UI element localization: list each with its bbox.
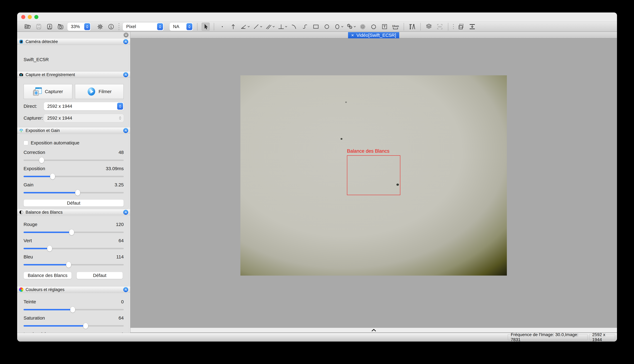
direct-resolution-select[interactable]: 2592 x 1944 bbox=[44, 102, 124, 110]
concentric-circles-tool-button[interactable] bbox=[359, 22, 367, 31]
gain-row: Gain 3.25 bbox=[24, 182, 124, 188]
slider-knob[interactable] bbox=[66, 262, 71, 268]
chevron-up-double-icon bbox=[124, 288, 128, 291]
white-balance-default-button[interactable]: Défaut bbox=[76, 272, 123, 279]
collapse-panel-button[interactable] bbox=[123, 287, 128, 292]
angle-tool-button[interactable] bbox=[240, 23, 250, 30]
direct-resolution-value: 2592 x 1944 bbox=[47, 104, 72, 109]
panel-header-exposure[interactable]: Exposition et Gain bbox=[17, 128, 130, 134]
sidebar: « Caméra détectée Swift_EC5R bbox=[17, 32, 130, 333]
cursor-tool-button[interactable] bbox=[202, 22, 210, 31]
white-balance-roi[interactable] bbox=[347, 155, 400, 195]
settings-button[interactable] bbox=[96, 22, 104, 31]
rectangle-tool-button[interactable] bbox=[312, 22, 320, 31]
text-tool-button[interactable] bbox=[380, 22, 388, 31]
circle-tool-button[interactable] bbox=[323, 22, 331, 31]
na-select[interactable]: NA bbox=[170, 22, 193, 31]
collapse-sidebar-button[interactable]: « bbox=[124, 32, 128, 38]
zoom-level-select[interactable]: 33% bbox=[68, 22, 91, 31]
panel-header-capture[interactable]: Capture et Enregistrement bbox=[17, 72, 130, 78]
arrow-up-icon bbox=[230, 23, 237, 30]
polygon-icon bbox=[370, 23, 377, 30]
toolbar-drag-handle[interactable] bbox=[453, 24, 454, 29]
close-window-button[interactable] bbox=[21, 15, 25, 19]
parallel-lines-tool-button[interactable] bbox=[265, 23, 275, 30]
measure-tools-button[interactable] bbox=[408, 22, 416, 31]
green-slider[interactable] bbox=[24, 246, 124, 251]
collapse-panel-button[interactable] bbox=[123, 210, 128, 215]
gain-slider[interactable] bbox=[24, 190, 124, 196]
unit-select[interactable]: Pixel bbox=[123, 22, 164, 31]
arrow-tool-button[interactable] bbox=[229, 22, 237, 31]
slider-knob[interactable] bbox=[83, 323, 88, 329]
frame-rate-status: Fréquence de l'Image: 30.0,Image: 7831 bbox=[508, 334, 588, 340]
panel-header-colors[interactable]: Couleurs et réglages bbox=[17, 287, 130, 292]
exposure-default-button[interactable]: Défaut bbox=[24, 200, 124, 207]
slider-knob[interactable] bbox=[39, 157, 44, 163]
tab-video[interactable]: × Vidéo[Swift_EC5R] bbox=[348, 32, 399, 38]
panel-header-white-balance[interactable]: Balance des Blancs bbox=[17, 209, 130, 215]
live-video-frame[interactable]: Balance des Blancs bbox=[240, 75, 507, 276]
scale-bar-tool-button[interactable]: 10um bbox=[392, 22, 400, 31]
slider-knob[interactable] bbox=[47, 246, 52, 252]
ellipse-tool-button[interactable] bbox=[334, 23, 343, 30]
capture-button[interactable]: Capturer bbox=[24, 84, 72, 99]
dust-speck bbox=[340, 138, 342, 140]
export-button[interactable] bbox=[468, 22, 476, 31]
point-tool-button[interactable] bbox=[218, 22, 226, 31]
curve-tool-button[interactable] bbox=[301, 22, 309, 31]
slider-fill bbox=[24, 176, 52, 177]
slider-knob[interactable] bbox=[75, 190, 80, 196]
capture-resolution-label: Capturer: bbox=[24, 116, 44, 121]
layers-button[interactable] bbox=[425, 22, 433, 31]
collapse-panel-button[interactable] bbox=[123, 72, 128, 77]
auto-exposure-checkbox[interactable] bbox=[24, 140, 28, 145]
capture-resolution-select[interactable]: 2592 x 1944 bbox=[44, 114, 124, 122]
open-file-button[interactable] bbox=[24, 22, 32, 31]
minimize-window-button[interactable] bbox=[28, 15, 32, 19]
quick-save-button[interactable] bbox=[46, 22, 54, 31]
slider-fill bbox=[24, 248, 50, 249]
arc-tool-button[interactable] bbox=[290, 22, 298, 31]
record-button-label: Filmer bbox=[98, 89, 112, 94]
slider-knob[interactable] bbox=[50, 174, 55, 179]
camera-name[interactable]: Swift_EC5R bbox=[24, 54, 124, 62]
duplicate-button[interactable] bbox=[457, 22, 465, 31]
panel-header-camera[interactable]: Caméra détectée bbox=[17, 39, 130, 44]
zoom-window-button[interactable] bbox=[34, 15, 38, 19]
layers-icon bbox=[425, 23, 432, 30]
polygon-tool-button[interactable] bbox=[370, 22, 378, 31]
blue-slider[interactable] bbox=[24, 262, 124, 268]
red-slider[interactable] bbox=[24, 230, 124, 235]
slider-knob[interactable] bbox=[69, 230, 74, 235]
collapse-panel-button[interactable] bbox=[123, 39, 128, 44]
exposure-slider[interactable] bbox=[24, 174, 124, 179]
saturation-slider[interactable] bbox=[24, 323, 124, 328]
perpendicular-tool-button[interactable] bbox=[278, 23, 287, 30]
green-label: Vert bbox=[24, 238, 32, 243]
capture-resolution-value: 2592 x 1944 bbox=[47, 116, 72, 121]
snapshot-timer-button[interactable] bbox=[56, 22, 64, 31]
record-button[interactable]: Filmer bbox=[75, 84, 124, 99]
toolbar-drag-handle[interactable] bbox=[118, 23, 119, 30]
white-balance-apply-button[interactable]: Balance des Blancs bbox=[24, 272, 72, 279]
save-icon bbox=[35, 23, 42, 30]
tab-bar: × Vidéo[Swift_EC5R] bbox=[130, 32, 617, 38]
line-tool-button[interactable] bbox=[252, 23, 262, 30]
sidebar-toprow: « bbox=[17, 32, 130, 38]
duplicate-icon bbox=[458, 23, 465, 30]
save-button[interactable] bbox=[35, 22, 43, 31]
hue-slider[interactable] bbox=[24, 307, 124, 312]
export-csv-button[interactable]: CSV bbox=[436, 22, 444, 31]
linked-circles-tool-button[interactable] bbox=[346, 23, 356, 30]
panel-title: Exposition et Gain bbox=[26, 128, 60, 133]
slider-knob[interactable] bbox=[70, 307, 75, 312]
correction-label: Correction bbox=[24, 150, 45, 155]
auto-exposure-row: Exposition automatique bbox=[24, 134, 124, 146]
scale-bar-icon: 10um bbox=[392, 23, 399, 30]
info-button[interactable] bbox=[107, 22, 115, 31]
correction-slider[interactable] bbox=[24, 157, 124, 163]
button-label: Balance des Blancs bbox=[28, 273, 68, 278]
close-tab-icon[interactable]: × bbox=[351, 32, 354, 38]
collapse-panel-button[interactable] bbox=[123, 128, 128, 133]
